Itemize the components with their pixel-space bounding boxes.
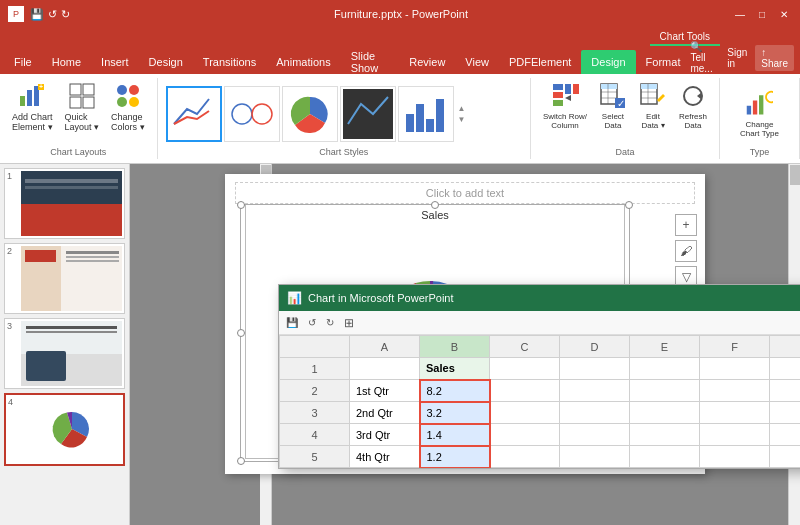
cell-b6[interactable] xyxy=(420,468,490,469)
tab-pdfElement[interactable]: PDFElement xyxy=(499,50,581,74)
share-button[interactable]: ↑ Share xyxy=(755,45,794,71)
quick-layout-button[interactable]: QuickLayout ▾ xyxy=(61,80,104,134)
cell-c2[interactable] xyxy=(490,380,560,402)
cell-e1[interactable] xyxy=(630,358,700,380)
tell-me-input[interactable]: 🔍 Tell me... xyxy=(690,41,719,74)
style-side-button[interactable]: 🖌 xyxy=(675,240,697,262)
cell-d4[interactable] xyxy=(560,424,630,446)
tab-transitions[interactable]: Transitions xyxy=(193,50,266,74)
data-group-label: Data xyxy=(615,147,634,157)
cell-f2[interactable] xyxy=(700,380,770,402)
ss-undo-button[interactable]: ↺ xyxy=(305,316,319,329)
cell-c1[interactable] xyxy=(490,358,560,380)
add-element-side-button[interactable]: + xyxy=(675,214,697,236)
change-chart-type-button[interactable]: ChangeChart Type xyxy=(736,88,783,140)
chart-styles-scroll[interactable]: ▲ ▼ xyxy=(456,104,468,124)
cell-a4[interactable]: 3rd Qtr xyxy=(350,424,420,446)
handle-bl[interactable] xyxy=(237,457,245,465)
chart-style-3[interactable] xyxy=(282,86,338,142)
tab-view[interactable]: View xyxy=(455,50,499,74)
cell-d5[interactable] xyxy=(560,446,630,468)
chart-style-5[interactable] xyxy=(398,86,454,142)
select-data-button[interactable]: ✓ SelectData xyxy=(595,80,631,132)
col-header-a[interactable]: A xyxy=(350,336,420,358)
edit-data-button[interactable]: EditData ▾ xyxy=(635,80,671,132)
slide-thumb-1[interactable]: 1 xyxy=(4,168,125,239)
cell-f6[interactable] xyxy=(700,468,770,469)
cell-b3[interactable]: 3.2 xyxy=(420,402,490,424)
tab-slideshow[interactable]: Slide Show xyxy=(341,50,400,74)
cell-e2[interactable] xyxy=(630,380,700,402)
cell-d2[interactable] xyxy=(560,380,630,402)
cell-f5[interactable] xyxy=(700,446,770,468)
tab-animations[interactable]: Animations xyxy=(266,50,340,74)
handle-ml[interactable] xyxy=(237,329,245,337)
col-header-f[interactable]: F xyxy=(700,336,770,358)
cell-e4[interactable] xyxy=(630,424,700,446)
minimize-button[interactable]: — xyxy=(732,6,748,22)
cell-c6[interactable] xyxy=(490,468,560,469)
tab-insert[interactable]: Insert xyxy=(91,50,139,74)
tab-file[interactable]: File xyxy=(4,50,42,74)
refresh-data-button[interactable]: RefreshData xyxy=(675,80,711,132)
add-chart-element-button[interactable]: + Add ChartElement ▾ xyxy=(8,80,57,134)
ss-table-button[interactable]: ⊞ xyxy=(341,315,357,331)
cell-g4[interactable] xyxy=(770,424,801,446)
cell-b4[interactable]: 1.4 xyxy=(420,424,490,446)
cell-e6[interactable] xyxy=(630,468,700,469)
change-colors-button[interactable]: ChangeColors ▾ xyxy=(107,80,149,134)
slide-thumb-2[interactable]: 2 xyxy=(4,243,125,314)
col-header-g[interactable]: G xyxy=(770,336,801,358)
cell-b5[interactable]: 1.2 xyxy=(420,446,490,468)
chart-style-1[interactable] xyxy=(166,86,222,142)
cell-g2[interactable] xyxy=(770,380,801,402)
cell-d3[interactable] xyxy=(560,402,630,424)
cell-d1[interactable] xyxy=(560,358,630,380)
cell-f1[interactable] xyxy=(700,358,770,380)
sign-in-button[interactable]: Sign in xyxy=(727,47,747,69)
slide-thumb-3[interactable]: 3 xyxy=(4,318,125,389)
chart-style-2[interactable] xyxy=(224,86,280,142)
cell-a2[interactable]: 1st Qtr xyxy=(350,380,420,402)
chart-style-4[interactable] xyxy=(340,86,396,142)
cell-b1[interactable]: Sales xyxy=(420,358,490,380)
cell-a3[interactable]: 2nd Qtr xyxy=(350,402,420,424)
cell-g1[interactable] xyxy=(770,358,801,380)
cell-c3[interactable] xyxy=(490,402,560,424)
cell-f3[interactable] xyxy=(700,402,770,424)
cell-e3[interactable] xyxy=(630,402,700,424)
cell-d6[interactable] xyxy=(560,468,630,469)
ss-redo-button[interactable]: ↻ xyxy=(323,316,337,329)
svg-rect-7 xyxy=(70,97,81,108)
cell-f4[interactable] xyxy=(700,424,770,446)
right-scroll-thumb xyxy=(790,165,800,185)
cell-a6[interactable] xyxy=(350,468,420,469)
switch-row-column-button[interactable]: Switch Row/Column xyxy=(539,80,591,132)
slide-thumb-4[interactable]: 4 xyxy=(4,393,125,466)
redo-icon[interactable]: ↻ xyxy=(61,8,70,21)
tab-chart-format[interactable]: Format xyxy=(636,50,691,74)
cell-c4[interactable] xyxy=(490,424,560,446)
save-icon[interactable]: 💾 xyxy=(30,8,44,21)
close-button[interactable]: ✕ xyxy=(776,6,792,22)
tab-home[interactable]: Home xyxy=(42,50,91,74)
tab-design[interactable]: Design xyxy=(139,50,193,74)
tab-review[interactable]: Review xyxy=(399,50,455,74)
ss-save-button[interactable]: 💾 xyxy=(283,316,301,329)
col-header-e[interactable]: E xyxy=(630,336,700,358)
cell-a1[interactable] xyxy=(350,358,420,380)
cell-g3[interactable] xyxy=(770,402,801,424)
col-header-b[interactable]: B xyxy=(420,336,490,358)
text-placeholder[interactable]: Click to add text xyxy=(235,182,695,204)
col-header-d[interactable]: D xyxy=(560,336,630,358)
cell-e5[interactable] xyxy=(630,446,700,468)
col-header-c[interactable]: C xyxy=(490,336,560,358)
undo-icon[interactable]: ↺ xyxy=(48,8,57,21)
cell-a5[interactable]: 4th Qtr xyxy=(350,446,420,468)
maximize-button[interactable]: □ xyxy=(754,6,770,22)
cell-c5[interactable] xyxy=(490,446,560,468)
tab-chart-design[interactable]: Design xyxy=(581,50,635,74)
cell-g6[interactable] xyxy=(770,468,801,469)
cell-g5[interactable] xyxy=(770,446,801,468)
cell-b2[interactable]: 8.2 xyxy=(420,380,490,402)
